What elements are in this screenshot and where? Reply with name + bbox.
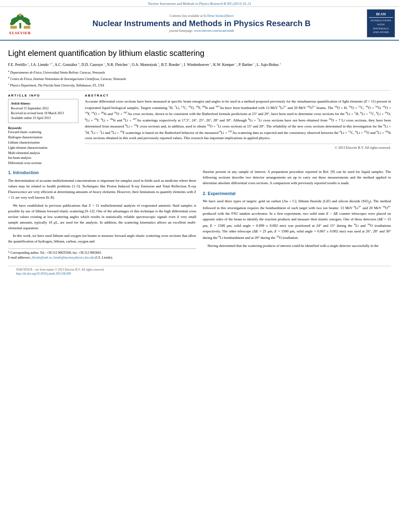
keywords-section: Keywords: Forward elastic scattering Hyd… <box>8 126 78 166</box>
article-info-box: Article history: Received 15 September 2… <box>8 99 78 123</box>
journal-homepage: journal homepage: www.elsevier.com/locat… <box>40 29 363 33</box>
bottom-bar: 0168-583X/$ – see front matter © 2013 El… <box>8 266 391 277</box>
journal-branding: ELSEVIER Contents lists available at Sci… <box>0 7 399 41</box>
article-info-label: ARTICLE INFO <box>8 94 78 97</box>
abstract-label: ABSTRACT <box>85 94 391 97</box>
revised-date: Received in revised form 18 March 2013 <box>11 111 76 116</box>
section2-heading: 2. Experimental <box>203 190 391 197</box>
main-content: Light element quantification by lithium … <box>0 41 399 281</box>
keyword-4: Light element characterization <box>8 146 78 151</box>
svg-rect-1 <box>19 23 21 29</box>
keyword-2: Hydrogen characterization <box>8 135 78 140</box>
history-label: Article history: <box>11 101 76 106</box>
footnote-email2-link[interactable]: liendo@nucmar.physics.fsu.edu <box>53 256 94 259</box>
keyword-5: Multi-elemental analysis <box>8 151 78 156</box>
received-date: Received 15 September 2012 <box>11 106 76 111</box>
keyword-7: Differential cross sections <box>8 161 78 166</box>
article-info-abstract-row: ARTICLE INFO Article history: Received 1… <box>8 94 391 166</box>
article-title: Light element quantification by lithium … <box>8 48 391 58</box>
section2-para2: Having determined that the scattering pr… <box>203 243 391 249</box>
keyword-6: Ion beam analysis <box>8 156 78 161</box>
beam-interactions-title: BEAM <box>369 12 393 18</box>
sciverse-line: Contents lists available at SciVerse Sci… <box>40 14 363 18</box>
footnote-star: * Corresponding author. Tel.: +58 212 90… <box>8 251 196 255</box>
available-date: Available online 23 April 2013 <box>11 116 76 121</box>
affil-divider <box>8 90 391 90</box>
svg-rect-8 <box>10 26 16 29</box>
copyright-line: © 2013 Elsevier B.V. All rights reserved… <box>85 144 391 150</box>
journal-header-bar: Nuclear Instruments and Methods in Physi… <box>0 0 399 7</box>
keyword-3: Lithium characterization <box>8 140 78 146</box>
body-col-left: 1. Introduction The determination of acc… <box>8 169 196 260</box>
abstract-column: ABSTRACT Accurate differential cross sec… <box>85 94 391 166</box>
authors-line: F.E. Portillo a, J.A. Liendo a,*, A.C. G… <box>8 62 391 68</box>
article-info-column: ARTICLE INFO Article history: Received 1… <box>8 94 78 166</box>
section1-para3: In this work, we have used lithium and o… <box>8 233 196 244</box>
section1-right-intro: fluorine present in any sample of intere… <box>203 169 391 186</box>
elsevier-logo: ELSEVIER <box>4 12 36 35</box>
affiliations: a Departamento de Física, Universidad Si… <box>8 69 391 88</box>
section2-para1: We have used three types of targets: gol… <box>203 199 391 241</box>
section1-para1: The determination of accurate multieleme… <box>8 178 196 201</box>
section1-para2: We have established in previous publicat… <box>8 203 196 231</box>
svg-rect-9 <box>24 26 30 29</box>
abstract-text: Accurate differential cross sections hav… <box>85 99 391 141</box>
keyword-1: Forward elastic scattering <box>8 130 78 135</box>
journal-header-text: Nuclear Instruments and Methods in Physi… <box>148 2 251 6</box>
beam-interactions-box: BEAM INTERACTIONS WITH MATERIALS AND ATO… <box>367 9 395 37</box>
svg-point-7 <box>19 13 21 16</box>
journal-name: Nuclear Instruments and Methods in Physi… <box>40 18 363 28</box>
footnote-area: * Corresponding author. Tel.: +58 212 90… <box>8 249 196 260</box>
doi-link[interactable]: http://dx.doi.org/10.1016/j.nimb.2013.04… <box>16 272 383 275</box>
keywords-label: Keywords: <box>8 126 78 130</box>
footnote-email1-link[interactable]: jliendo@usb.ve <box>32 256 52 259</box>
sciverse-link[interactable]: SciVerse ScienceDirect <box>204 14 234 18</box>
journal-title-block: Contents lists available at SciVerse Sci… <box>40 14 363 33</box>
footnote-email: E-mail addresses: jliendo@usb.ve, liendo… <box>8 255 196 260</box>
issn-text: 0168-583X/$ – see front matter © 2013 El… <box>16 268 383 271</box>
elsevier-text: ELSEVIER <box>9 31 31 35</box>
section1-heading: 1. Introduction <box>8 169 196 176</box>
body-content: 1. Introduction The determination of acc… <box>8 169 391 260</box>
body-col-right: fluorine present in any sample of intere… <box>203 169 391 260</box>
elsevier-tree-icon <box>7 12 33 30</box>
